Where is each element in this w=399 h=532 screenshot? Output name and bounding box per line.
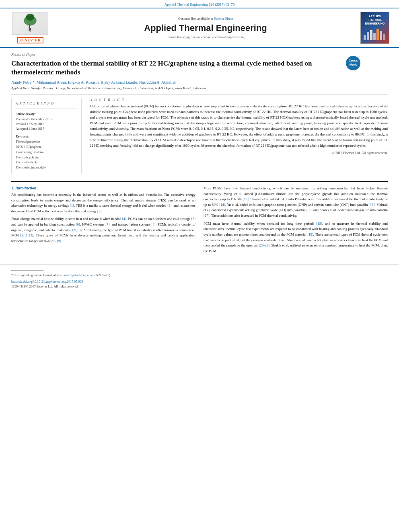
received-date: Received 5 December 2016 <box>16 117 77 122</box>
elsevier-tree-image <box>12 12 48 35</box>
industry-text: industry <box>140 228 152 232</box>
article-info-box: A R T I C L E I N F O Article history: R… <box>11 98 82 174</box>
keywords-title: Keywords: <box>16 135 77 138</box>
journal-cover: APPLIED THERMAL ENGINEERING <box>359 12 391 44</box>
svg-text:Mark: Mark <box>350 63 357 66</box>
sciencedirect-link[interactable]: ScienceDirect <box>214 16 233 21</box>
keyword-6: Thermoelectric module <box>16 165 77 170</box>
page: Applied Thermal Engineering 124 (2017) 6… <box>0 0 399 532</box>
elsevier-label: ELSEVIER <box>17 37 43 43</box>
body-divider <box>11 181 388 182</box>
elsevier-logo-area: ELSEVIER <box>8 12 52 44</box>
keyword-3: Phase change material <box>16 150 77 155</box>
content-area: Research Paper Characterization of the t… <box>0 48 399 261</box>
svg-rect-10 <box>376 29 379 40</box>
title-row: Characterization of the thermal stabilit… <box>11 59 388 80</box>
journal-homepage: journal homepage: www.elsevier.com/locat… <box>167 35 244 39</box>
body-col-right: Most PCMs have low thermal conductivity,… <box>204 186 388 257</box>
svg-point-3 <box>29 28 31 30</box>
article-info-column: A R T I C L E I N F O Article history: R… <box>11 98 82 177</box>
keyword-1: Thermal properties <box>16 140 77 145</box>
copyright: © 2017 Elsevier Ltd. All rights reserved… <box>90 151 388 155</box>
cover-chart <box>363 27 387 41</box>
body-col-left: 1. Introduction Air conditioning has bec… <box>11 186 195 257</box>
keyword-5: Thermal stability <box>16 160 77 165</box>
journal-citation: Applied Thermal Engineering 124 (2017) 6… <box>165 2 235 6</box>
info-abstract-section: A R T I C L E I N F O Article history: R… <box>11 98 388 177</box>
abstract-column: A B S T R A C T Utilization of phase cha… <box>90 98 388 177</box>
svg-rect-9 <box>373 33 376 40</box>
journal-header: ELSEVIER Contents lists available at Sci… <box>0 8 399 48</box>
doi-area: http://dx.doi.org/10.1016/j.applthermale… <box>11 279 388 283</box>
crossmark-icon: Cross Mark <box>345 55 361 71</box>
authors: Nandy Putra *, Muhammad Amin, Engkos A. … <box>11 80 388 84</box>
svg-rect-8 <box>370 30 372 40</box>
intro-para-4: PCM must have thermal stability when ope… <box>204 221 388 254</box>
header-divider <box>11 94 388 94</box>
affiliation: Applied Heat Transfer Research Group, De… <box>11 86 388 90</box>
svg-rect-7 <box>367 32 369 40</box>
journal-title: Applied Thermal Engineering <box>144 23 267 33</box>
keyword-4: Thermal cycle test <box>16 155 77 160</box>
keywords-section: Keywords: Thermal properties RT 22 HC/gr… <box>16 135 77 170</box>
footer: * Corresponding author. E-mail address: … <box>0 264 399 292</box>
corresponding-author: * Corresponding author. E-mail address: … <box>11 273 388 278</box>
svg-text:Cross: Cross <box>349 59 358 62</box>
info-divider <box>16 109 77 109</box>
journal-header-center: Contents lists available at ScienceDirec… <box>56 12 355 44</box>
crossmark-area: Cross Mark <box>345 55 361 72</box>
abstract-text: Utilization of phase change material (PC… <box>90 104 388 149</box>
intro-heading: 1. Introduction <box>11 186 195 190</box>
paper-type: Research Paper <box>11 53 388 57</box>
history-title: Article history: <box>16 112 77 116</box>
sciencedirect-text: Contents lists available at ScienceDirec… <box>178 16 233 21</box>
author-email[interactable]: nandyputra@eng.ui.ac.id <box>64 273 97 277</box>
elsevier-logo: ELSEVIER <box>8 12 52 43</box>
keyword-2: RT 22 HC/graphene <box>16 145 77 150</box>
article-info-title: A R T I C L E I N F O <box>16 101 77 105</box>
intro-para-3: Most PCMs have low thermal conductivity,… <box>204 186 388 219</box>
svg-point-2 <box>26 14 35 21</box>
journal-citation-bar: Applied Thermal Engineering 124 (2017) 6… <box>0 0 399 8</box>
intro-para-1: Air conditioning has become a necessity … <box>11 192 195 214</box>
revised-date: Revised 17 May 2017 <box>16 122 77 127</box>
svg-rect-11 <box>380 31 382 40</box>
issn-line: 1359-4311/© 2017 Elsevier Ltd. All right… <box>11 284 388 289</box>
paper-title: Characterization of the thermal stabilit… <box>11 59 341 77</box>
doi-link[interactable]: http://dx.doi.org/10.1016/j.applthermale… <box>11 280 83 283</box>
intro-para-2: Phase change material has the ability to… <box>11 216 195 244</box>
accepted-date: Accepted 4 June 2017 <box>16 127 77 131</box>
svg-rect-6 <box>364 35 366 40</box>
abstract-label: A B S T R A C T <box>90 98 388 102</box>
footnote-divider <box>11 270 43 271</box>
abstract-section: A B S T R A C T Utilization of phase cha… <box>90 98 388 155</box>
body-section: 1. Introduction Air conditioning has bec… <box>11 186 388 257</box>
journal-cover-image: APPLIED THERMAL ENGINEERING <box>360 12 389 44</box>
svg-rect-12 <box>383 34 385 40</box>
